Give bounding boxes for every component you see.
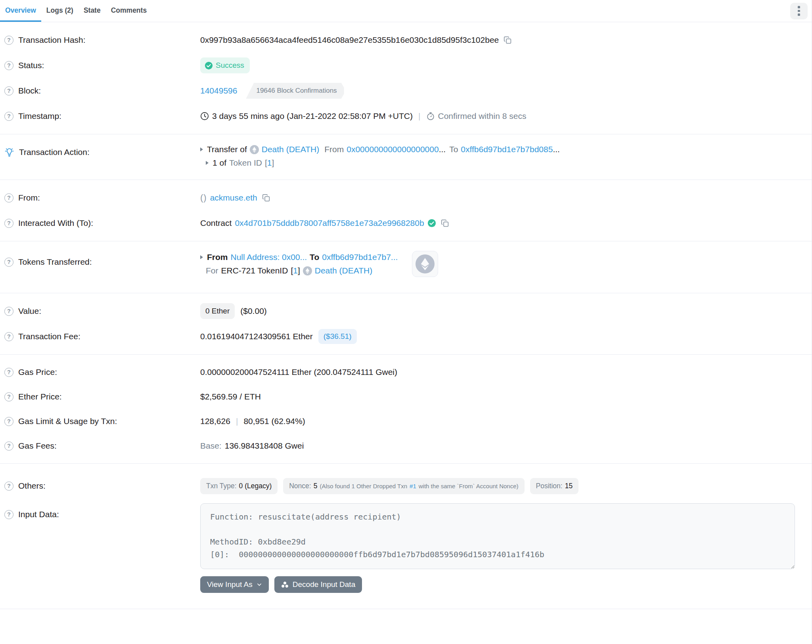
tokens-standard: ERC-721 TokenID xyxy=(221,266,288,275)
value-usd: ($0.00) xyxy=(240,306,267,316)
gas-price-label: Gas Price: xyxy=(18,367,57,377)
tokens-transferred-label: Tokens Transferred: xyxy=(18,257,92,267)
action-tokenid-link[interactable]: 1 xyxy=(267,158,272,168)
row-input-data: ? Input Data: Function: resuscitate(addr… xyxy=(0,503,812,593)
from-address-link[interactable]: ackmuse.eth xyxy=(210,193,257,203)
lightbulb-icon xyxy=(4,147,14,157)
caret-right-icon xyxy=(200,255,203,259)
section-parties: ? From: () ackmuse.eth ? Interacted With… xyxy=(0,180,812,241)
action-from-word: From xyxy=(324,145,344,154)
row-others: ? Others: Txn Type: 0 (Legacy) Nonce: 5 … xyxy=(0,472,812,500)
tokens-line-2: For ERC-721 TokenID [1] Death (DEATH) xyxy=(206,266,372,275)
transaction-fee-usd-badge: ($36.51) xyxy=(318,329,357,344)
row-transaction-action: Transaction Action: Transfer of Death (D… xyxy=(0,145,812,168)
transaction-fee-label: Transaction Fee: xyxy=(18,332,80,341)
gas-price-value: 0.000000200047524111 Ether (200.04752411… xyxy=(200,367,397,377)
gas-fees-label: Gas Fees: xyxy=(18,441,57,451)
tab-overview[interactable]: Overview xyxy=(0,0,41,22)
clock-icon xyxy=(200,112,209,120)
row-ether-price: ? Ether Price: $2,569.59 / ETH xyxy=(0,384,812,409)
row-block: ? Block: 14049596 19646 Block Confirmati… xyxy=(0,78,812,103)
separator: | xyxy=(416,111,423,121)
tab-comments[interactable]: Comments xyxy=(106,0,152,22)
row-value: ? Value: 0 Ether ($0.00) xyxy=(0,298,812,324)
eth-token-icon xyxy=(303,266,312,275)
row-gas-limit: ? Gas Limit & Usage by Txn: 128,626 | 80… xyxy=(0,409,812,434)
action-tokenid-line: 1 of Token ID [1] xyxy=(206,158,274,168)
help-icon: ? xyxy=(4,307,13,316)
separator: | xyxy=(234,417,240,426)
timestamp-value: 3 days 55 mins ago (Jan-21-2022 02:58:07… xyxy=(212,111,413,121)
input-data-label: Input Data: xyxy=(18,510,59,519)
row-tokens-transferred: ? Tokens Transferred: From Null Address:… xyxy=(0,251,812,277)
row-timestamp: ? Timestamp: 3 days 55 mins ago (Jan-21-… xyxy=(0,103,812,129)
eth-placeholder-icon xyxy=(416,254,435,273)
action-to-address-link[interactable]: 0xffb6d97bd1e7b7bd085 xyxy=(461,145,553,154)
gas-fees-base-word: Base: xyxy=(200,441,222,451)
tab-state[interactable]: State xyxy=(79,0,106,22)
row-gas-price: ? Gas Price: 0.000000200047524111 Ether … xyxy=(0,360,812,384)
help-icon: ? xyxy=(4,482,13,491)
tokens-line-1: From Null Address: 0x00... To 0xffb6d97b… xyxy=(200,252,398,262)
ether-price-label: Ether Price: xyxy=(18,392,62,401)
action-from-address-link[interactable]: 0x000000000000000000 xyxy=(347,145,439,154)
block-number-link[interactable]: 14049596 xyxy=(200,86,237,96)
chevron-down-icon xyxy=(257,582,262,587)
transaction-overview-card: Overview Logs (2) State Comments ? Trans… xyxy=(0,0,812,644)
dropped-txn-link[interactable]: #1 xyxy=(410,483,416,489)
view-input-as-button[interactable]: View Input As xyxy=(200,576,269,593)
contract-word: Contract xyxy=(200,218,232,228)
help-icon: ? xyxy=(4,61,13,70)
check-circle-icon xyxy=(205,61,213,70)
position-badge: Position: 15 xyxy=(530,478,579,494)
block-label: Block: xyxy=(18,86,41,96)
section-others-input: ? Others: Txn Type: 0 (Legacy) Nonce: 5 … xyxy=(0,464,812,609)
block-confirmations-badge: 19646 Block Confirmations xyxy=(246,83,344,99)
kebab-icon xyxy=(798,6,800,8)
action-count: 1 of xyxy=(213,158,226,168)
copy-from-button[interactable] xyxy=(262,194,270,202)
tokens-tokenid-link[interactable]: 1 xyxy=(293,266,298,275)
more-options-button[interactable] xyxy=(790,3,808,19)
caret-right-icon xyxy=(206,161,209,165)
stopwatch-icon xyxy=(426,112,435,120)
status-badge: Success xyxy=(200,57,250,73)
input-data-textarea[interactable]: Function: resuscitate(address recipient)… xyxy=(200,503,795,569)
transaction-action-label: Transaction Action: xyxy=(19,147,90,157)
caret-right-icon xyxy=(200,147,203,151)
copy-contract-button[interactable] xyxy=(441,219,449,227)
help-icon: ? xyxy=(4,417,13,426)
help-icon: ? xyxy=(4,368,13,377)
row-interacted-with: ? Interacted With (To): Contract 0x4d701… xyxy=(0,210,812,236)
contract-address-link[interactable]: 0x4d701b75dddb78007aff5758e1e73a2e996828… xyxy=(235,218,424,228)
transaction-fee-value: 0.016194047124309561 Ether xyxy=(200,332,313,341)
action-to-word: To xyxy=(449,145,458,154)
copy-icon xyxy=(262,194,270,202)
action-token-link[interactable]: Death (DEATH) xyxy=(262,145,319,154)
help-icon: ? xyxy=(4,86,13,96)
gas-usage-value: 80,951 (62.94%) xyxy=(243,417,305,426)
decode-input-data-button[interactable]: Decode Input Data xyxy=(274,576,362,593)
others-label: Others: xyxy=(18,481,46,491)
row-transaction-hash: ? Transaction Hash: 0x997b93a8a656634aca… xyxy=(0,27,812,53)
tokens-token-link[interactable]: Death (DEATH) xyxy=(315,266,372,275)
status-label: Status: xyxy=(18,61,44,70)
txn-type-badge: Txn Type: 0 (Legacy) xyxy=(200,478,278,494)
value-badge: 0 Ether xyxy=(200,303,235,319)
gas-fees-base-value: 136.984318408 Gwei xyxy=(225,441,304,451)
tokens-for-word: For xyxy=(206,266,218,275)
copy-hash-button[interactable] xyxy=(504,36,512,44)
copy-icon xyxy=(504,36,512,44)
tab-logs[interactable]: Logs (2) xyxy=(41,0,79,22)
help-icon: ? xyxy=(4,36,13,45)
tokens-to-address-link[interactable]: 0xffb6d97bd1e7b7... xyxy=(322,252,398,262)
nft-image-thumbnail[interactable] xyxy=(412,251,438,277)
tokens-from-address-link[interactable]: Null Address: 0x00... xyxy=(231,252,307,262)
tab-bar: Overview Logs (2) State Comments xyxy=(0,0,812,22)
section-gas: ? Gas Price: 0.000000200047524111 Ether … xyxy=(0,355,812,464)
help-icon: ? xyxy=(4,332,13,341)
help-icon: ? xyxy=(4,112,13,121)
help-icon: ? xyxy=(4,392,13,401)
nonce-badge: Nonce: 5 (Also found 1 Other Dropped Txn… xyxy=(283,478,524,494)
section-tokens: ? Tokens Transferred: From Null Address:… xyxy=(0,241,812,293)
